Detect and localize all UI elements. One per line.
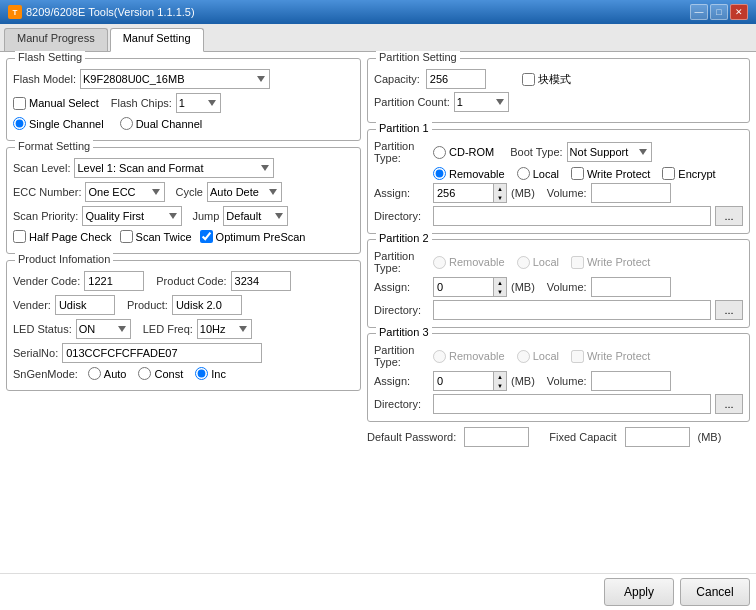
apply-button[interactable]: Apply: [604, 578, 674, 606]
partition1-write-protect-checkbox[interactable]: Write Protect: [571, 167, 650, 180]
partition1-volume-input[interactable]: [591, 183, 671, 203]
scan-level-select[interactable]: Level 1: Scan and Format: [74, 158, 274, 178]
serial-input[interactable]: [62, 343, 262, 363]
ecc-select[interactable]: One ECC: [85, 182, 165, 202]
product-code-input[interactable]: [231, 271, 291, 291]
partition3-write-protect-checkbox[interactable]: Write Protect: [571, 350, 650, 363]
sngen-inc-radio[interactable]: Inc: [195, 367, 226, 380]
partition2-dir-input[interactable]: [433, 300, 711, 320]
partition3-dir-input[interactable]: [433, 394, 711, 414]
partition2-volume-input[interactable]: [591, 277, 671, 297]
cycle-select[interactable]: Auto Dete: [207, 182, 282, 202]
flash-model-select[interactable]: K9F2808U0C_16MB: [80, 69, 270, 89]
priority-select[interactable]: Quality First: [82, 206, 182, 226]
partition3-volume-label: Volume:: [547, 375, 587, 387]
partition1-section: Partition 1 Partition Type: CD-ROM Boot …: [367, 129, 750, 234]
partition2-removable-input[interactable]: [433, 256, 446, 269]
partition3-browse-button[interactable]: ...: [715, 394, 743, 414]
partition2-browse-button[interactable]: ...: [715, 300, 743, 320]
app-icon: T: [8, 5, 22, 19]
partition3-assign-down[interactable]: ▼: [494, 381, 506, 390]
partition1-local-input[interactable]: [517, 167, 530, 180]
partition2-local-input[interactable]: [517, 256, 530, 269]
partition1-local-radio[interactable]: Local: [517, 167, 559, 180]
partition2-assign-down[interactable]: ▼: [494, 287, 506, 296]
partition1-dir-input[interactable]: [433, 206, 711, 226]
partition3-assign-up[interactable]: ▲: [494, 372, 506, 381]
partition1-removable-radio[interactable]: Removable: [433, 167, 505, 180]
window-controls[interactable]: — □ ✕: [690, 4, 748, 20]
partition1-assign-up[interactable]: ▲: [494, 184, 506, 193]
manual-select-input[interactable]: [13, 97, 26, 110]
scan-twice-checkbox[interactable]: Scan Twice: [120, 230, 192, 243]
block-mode-input[interactable]: [522, 73, 535, 86]
single-channel-radio[interactable]: Single Channel: [13, 117, 104, 130]
cancel-button[interactable]: Cancel: [680, 578, 750, 606]
partition1-browse-button[interactable]: ...: [715, 206, 743, 226]
partition1-assign-input[interactable]: [433, 183, 493, 203]
fixed-capacit-input[interactable]: [625, 427, 690, 447]
vendor-code-input[interactable]: [84, 271, 144, 291]
partition2-local-label: Local: [533, 256, 559, 268]
sngen-inc-input[interactable]: [195, 367, 208, 380]
partition2-assign-up[interactable]: ▲: [494, 278, 506, 287]
sngen-row: SnGenMode: Auto Const Inc: [13, 367, 354, 380]
optimum-prescan-checkbox[interactable]: Optimum PreScan: [200, 230, 306, 243]
partition1-encrypt-checkbox[interactable]: Encrypt: [662, 167, 715, 180]
partition2-type-row: Partition Type: Removable Local Write Pr…: [374, 250, 743, 274]
partition3-write-protect-input[interactable]: [571, 350, 584, 363]
sngen-const-radio[interactable]: Const: [138, 367, 183, 380]
sngen-const-input[interactable]: [138, 367, 151, 380]
partition3-volume-input[interactable]: [591, 371, 671, 391]
led-freq-select[interactable]: 10Hz: [197, 319, 252, 339]
partition3-assign-input[interactable]: [433, 371, 493, 391]
tab-manuf-setting[interactable]: Manuf Setting: [110, 28, 204, 52]
dual-channel-radio[interactable]: Dual Channel: [120, 117, 203, 130]
block-mode-checkbox[interactable]: 块模式: [522, 72, 571, 87]
flash-chips-select[interactable]: 1: [176, 93, 221, 113]
vendor-input[interactable]: [55, 295, 115, 315]
partition1-cdrom-input[interactable]: [433, 146, 446, 159]
tab-bar: Manuf Progress Manuf Setting: [0, 24, 756, 52]
partition-count-select[interactable]: 1: [454, 92, 509, 112]
minimize-button[interactable]: —: [690, 4, 708, 20]
partition3-local-input[interactable]: [517, 350, 530, 363]
jump-select[interactable]: Default: [223, 206, 288, 226]
product-code-label: Product Code:: [156, 275, 226, 287]
window-title: 8209/6208E Tools(Version 1.1.1.5): [26, 6, 195, 18]
partition3-removable-input[interactable]: [433, 350, 446, 363]
partition3-removable-radio[interactable]: Removable: [433, 350, 505, 363]
partition2-local-radio[interactable]: Local: [517, 256, 559, 269]
capacity-input[interactable]: [426, 69, 486, 89]
dual-channel-input[interactable]: [120, 117, 133, 130]
partition2-removable-radio[interactable]: Removable: [433, 256, 505, 269]
partition2-write-protect-checkbox[interactable]: Write Protect: [571, 256, 650, 269]
close-button[interactable]: ✕: [730, 4, 748, 20]
manual-select-checkbox[interactable]: Manual Select: [13, 97, 99, 110]
partition2-assign-input[interactable]: [433, 277, 493, 297]
partition3-removable-label: Removable: [449, 350, 505, 362]
tab-manuf-progress[interactable]: Manuf Progress: [4, 28, 108, 51]
half-page-check-input[interactable]: [13, 230, 26, 243]
partition2-write-protect-input[interactable]: [571, 256, 584, 269]
partition1-encrypt-input[interactable]: [662, 167, 675, 180]
scan-twice-input[interactable]: [120, 230, 133, 243]
optimum-prescan-input[interactable]: [200, 230, 213, 243]
sngen-auto-radio[interactable]: Auto: [88, 367, 127, 380]
single-channel-input[interactable]: [13, 117, 26, 130]
default-password-input[interactable]: [464, 427, 529, 447]
partition1-write-protect-input[interactable]: [571, 167, 584, 180]
vendor-product-row: Vender: Product:: [13, 295, 354, 315]
partition1-assign-down[interactable]: ▼: [494, 193, 506, 202]
partition1-removable-input[interactable]: [433, 167, 446, 180]
main-content: Flash Setting Flash Model: K9F2808U0C_16…: [0, 52, 756, 610]
partition1-write-protect-label: Write Protect: [587, 168, 650, 180]
product-input[interactable]: [172, 295, 242, 315]
partition3-local-radio[interactable]: Local: [517, 350, 559, 363]
sngen-auto-input[interactable]: [88, 367, 101, 380]
half-page-check-checkbox[interactable]: Half Page Check: [13, 230, 112, 243]
led-status-select[interactable]: ON: [76, 319, 131, 339]
partition1-cdrom-radio[interactable]: CD-ROM: [433, 146, 494, 159]
boot-type-select[interactable]: Not Support: [567, 142, 652, 162]
maximize-button[interactable]: □: [710, 4, 728, 20]
